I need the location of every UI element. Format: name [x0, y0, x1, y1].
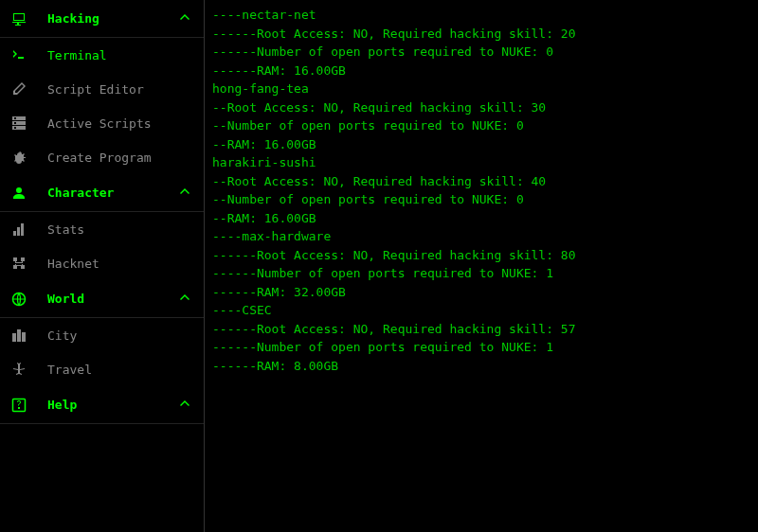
sidebar-item-label: Travel — [34, 363, 192, 377]
sidebar-item-terminal[interactable]: Terminal — [0, 38, 204, 72]
sidebar-item-label: Script Editor — [34, 82, 192, 97]
terminal-line: --RAM: 16.00GB — [212, 209, 750, 228]
terminal-line: hong-fang-tea — [212, 80, 750, 98]
terminal-line: ------Root Access: NO, Required hacking … — [212, 25, 750, 44]
computer-icon — [11, 11, 34, 27]
terminal-line: ------Root Access: NO, Required hacking … — [212, 320, 750, 339]
sidebar-item-label: Terminal — [34, 48, 192, 62]
chevron-up-icon — [177, 290, 192, 308]
section-header-world[interactable]: World — [0, 280, 204, 318]
chevron-up-icon — [177, 184, 192, 202]
terminal-line: --Root Access: NO, Required hacking skil… — [212, 172, 750, 191]
chevron-up-icon — [177, 9, 192, 27]
terminal-line: ------Number of open ports required to N… — [212, 338, 750, 357]
section-header-help[interactable]: Help — [0, 386, 204, 424]
sidebar-item-hacknet[interactable]: Hacknet — [0, 246, 204, 280]
terminal-output[interactable]: ----nectar-net------Root Access: NO, Req… — [205, 0, 758, 532]
section-label: Hacking — [34, 11, 177, 26]
sidebar-item-stats[interactable]: Stats — [0, 212, 204, 246]
section-label: Help — [34, 398, 177, 412]
terminal-line: --Root Access: NO, Required hacking skil… — [212, 98, 750, 117]
terminal-line: harakiri-sushi — [212, 153, 750, 172]
section-label: World — [34, 292, 177, 306]
storage-icon — [11, 115, 34, 131]
terminal-line: ----max-hardware — [212, 227, 750, 246]
sidebar-item-city[interactable]: City — [0, 318, 204, 352]
sidebar-item-travel[interactable]: Travel — [0, 352, 204, 386]
terminal-line: --Number of open ports required to NUKE:… — [212, 190, 750, 209]
sidebar-item-create-program[interactable]: Create Program — [0, 140, 204, 174]
person-icon — [11, 186, 34, 201]
chevron-up-icon — [177, 396, 192, 414]
terminal-line: ------RAM: 16.00GB — [212, 62, 750, 80]
help-icon — [11, 398, 34, 413]
sidebar-item-label: Hacknet — [34, 257, 192, 271]
terminal-line: ------RAM: 32.00GB — [212, 283, 750, 302]
sidebar-item-label: Active Scripts — [34, 116, 192, 131]
airplane-icon — [11, 362, 34, 377]
terminal-line: --RAM: 16.00GB — [212, 135, 750, 154]
terminal-line: ------Number of open ports required to N… — [212, 264, 750, 283]
terminal-line: ------RAM: 8.00GB — [212, 357, 750, 376]
section-label: Character — [34, 186, 177, 200]
sidebar: HackingTerminalScript EditorActive Scrip… — [0, 0, 205, 532]
terminal-line: --Number of open ports required to NUKE:… — [212, 116, 750, 135]
terminal-line: ------Number of open ports required to N… — [212, 43, 750, 62]
network-icon — [11, 256, 34, 271]
sidebar-item-active-scripts[interactable]: Active Scripts — [0, 106, 204, 140]
terminal-line: ----CSEC — [212, 301, 750, 320]
terminal-line: ------Root Access: NO, Required hacking … — [212, 246, 750, 265]
edit-icon — [11, 81, 34, 97]
section-header-character[interactable]: Character — [0, 174, 204, 212]
sidebar-item-script-editor[interactable]: Script Editor — [0, 72, 204, 106]
sidebar-item-label: City — [34, 328, 192, 343]
sidebar-item-label: Create Program — [34, 151, 192, 165]
city-icon — [11, 328, 34, 343]
sidebar-item-label: Stats — [34, 222, 192, 237]
terminal-icon — [11, 47, 34, 62]
bar-chart-icon — [11, 222, 34, 237]
bug-icon — [11, 150, 34, 165]
section-header-hacking[interactable]: Hacking — [0, 0, 204, 38]
globe-icon — [11, 292, 34, 307]
terminal-line: ----nectar-net — [212, 6, 750, 25]
